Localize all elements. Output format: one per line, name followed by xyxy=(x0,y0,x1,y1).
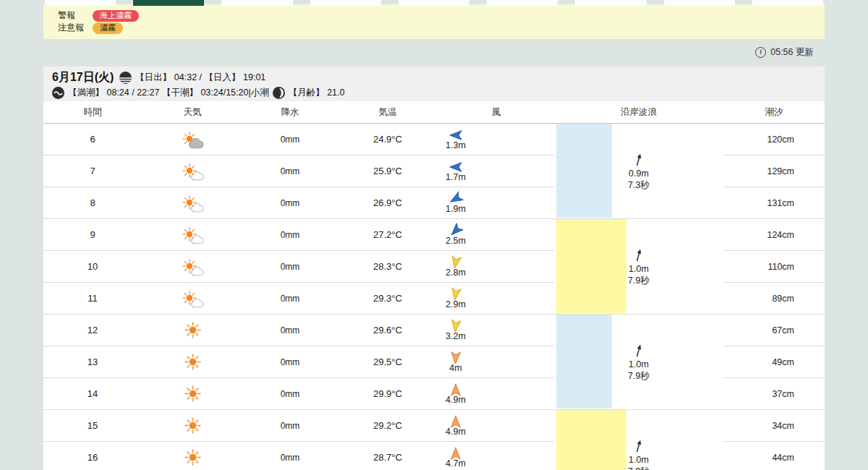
header-precip: 降水 xyxy=(243,101,337,123)
wave-period-value: 7.9秒 xyxy=(628,275,650,286)
wave-period-value: 7.9秒 xyxy=(628,370,650,382)
wave-direction-icon xyxy=(628,343,650,358)
date-title: 6月17日(火) xyxy=(52,70,114,85)
table-body: 6 0mm 24.9°C xyxy=(43,124,825,470)
moon-age-text: 【月齢】 21.0 xyxy=(289,87,345,99)
header-time: 時間 xyxy=(43,101,142,123)
wave-height-value: 1.0m xyxy=(628,263,650,275)
info-icon: ! xyxy=(755,47,766,58)
wave-block xyxy=(556,219,626,313)
coastal-wave-column: 0.9m 7.3秒 1.0m 7.9秒 1.0m xyxy=(43,124,825,470)
update-line: ! 05:56 更新 xyxy=(0,43,814,61)
wave-block xyxy=(556,410,626,470)
wave-direction-icon xyxy=(628,438,650,453)
wave-block xyxy=(556,315,612,409)
wave-period-value: 7.9秒 xyxy=(628,466,650,470)
wave-height-value: 0.9m xyxy=(628,168,650,179)
wave-period-value: 7.3秒 xyxy=(628,179,650,191)
coastal-wave-group: 1.0m 7.9秒 xyxy=(554,410,723,470)
header-temp: 気温 xyxy=(337,101,438,123)
tab-5[interactable] xyxy=(399,0,469,6)
advisory-badge-fog[interactable]: 濃霧 xyxy=(93,22,123,34)
top-tab-strip xyxy=(45,0,823,6)
forecast-table: 時間 天気 降水 気温 風 沿岸波浪 潮汐 6 xyxy=(43,101,825,470)
warning-label: 警報 xyxy=(58,9,93,22)
header-tide: 潮汐 xyxy=(723,101,825,123)
wave-icon xyxy=(52,87,64,99)
tab-1[interactable] xyxy=(45,0,116,6)
wave-direction-icon xyxy=(628,152,650,167)
tab-2-active[interactable] xyxy=(133,0,204,6)
advisory-label: 注意報 xyxy=(58,22,93,34)
alert-banner: 警報 海上濃霧 注意報 濃霧 xyxy=(43,4,825,39)
header-wind: 風 xyxy=(438,101,554,123)
tab-8[interactable] xyxy=(664,0,735,6)
sunrise-icon xyxy=(119,72,132,84)
moon-icon xyxy=(273,87,285,99)
table-header-row: 時間 天気 降水 気温 風 沿岸波浪 潮汐 xyxy=(43,101,825,124)
coastal-wave-group: 0.9m 7.3秒 xyxy=(554,124,723,219)
tab-4[interactable] xyxy=(310,0,381,6)
tab-9[interactable] xyxy=(752,0,823,6)
wave-direction-icon xyxy=(628,247,650,262)
tab-3[interactable] xyxy=(221,0,292,6)
header-weather: 天気 xyxy=(142,101,243,123)
warning-badge-marine-fog[interactable]: 海上濃霧 xyxy=(93,10,139,22)
update-time: 05:56 更新 xyxy=(770,46,814,59)
sunrise-sunset-text: 【日出】 04:32 / 【日入】 19:01 xyxy=(135,72,265,84)
coastal-wave-group: 1.0m 7.9秒 xyxy=(554,315,723,410)
date-header: 6月17日(火) 【日出】 04:32 / 【日入】 19:01 【満潮】 08… xyxy=(43,67,825,101)
wave-height-value: 1.0m xyxy=(628,359,650,370)
tab-6[interactable] xyxy=(487,0,558,6)
tide-times-text: 【満潮】 08:24 / 22:27 【干潮】 03:24/15:20|小潮 xyxy=(68,87,269,99)
tab-7[interactable] xyxy=(575,0,646,6)
coastal-wave-group: 1.0m 7.9秒 xyxy=(554,219,723,315)
header-wave: 沿岸波浪 xyxy=(554,101,723,123)
wave-block xyxy=(556,124,612,218)
wave-height-value: 1.0m xyxy=(628,454,650,466)
